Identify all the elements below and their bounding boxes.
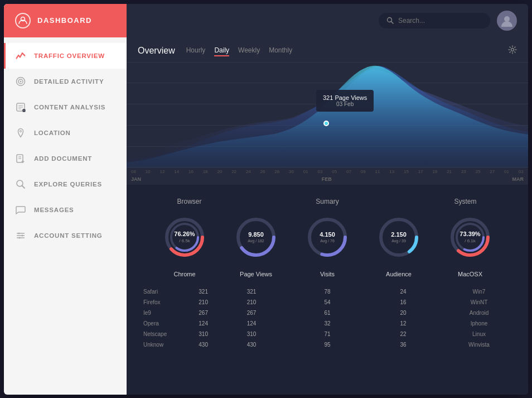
svg-point-11 bbox=[20, 130, 22, 132]
sidebar-item-label: Add Document bbox=[34, 155, 92, 162]
audience-donut-value: 2.150 bbox=[391, 231, 407, 238]
system-col: Win7 WinNT Android Iphone Linux bbox=[441, 287, 517, 349]
user-icon bbox=[15, 13, 31, 28]
search-input[interactable] bbox=[398, 16, 482, 25]
gear-icon[interactable] bbox=[508, 45, 517, 56]
system-donut: 73.39% / 6.1k bbox=[448, 215, 492, 260]
table-row: 12 bbox=[365, 319, 441, 328]
row-label: Linux bbox=[472, 331, 486, 337]
visits-donut: 4.150 Avg / 76 bbox=[305, 215, 350, 260]
browser-donut: 76.26% / 6.5k bbox=[162, 215, 207, 260]
table-row: 321 bbox=[214, 287, 289, 296]
row-value: 16 bbox=[400, 299, 406, 305]
chart-tabs: Hourly Daily Weekly Monthly bbox=[186, 45, 293, 56]
table-row: Win7 bbox=[441, 287, 517, 296]
sidebar-item-label: Account Setting bbox=[34, 232, 103, 239]
tab-weekly[interactable]: Weekly bbox=[238, 45, 260, 56]
row-label: WinNT bbox=[471, 299, 488, 305]
svg-line-18 bbox=[22, 185, 25, 188]
row-value: 54 bbox=[324, 299, 330, 305]
system-item-label: MacOSX bbox=[458, 271, 482, 277]
table-row: 267 bbox=[214, 309, 289, 317]
sidebar: DASHBOARD Traffic Overview bbox=[4, 4, 127, 395]
chart-title: Overview bbox=[138, 46, 175, 56]
table-row: 95 bbox=[289, 341, 365, 349]
row-value: 430 bbox=[199, 342, 208, 348]
table-row: 310 bbox=[214, 330, 289, 338]
browser-group-title: Browser bbox=[177, 198, 201, 205]
search-icon bbox=[15, 179, 26, 190]
row-label: Firefox bbox=[143, 299, 161, 305]
row-value: 267 bbox=[247, 310, 257, 316]
table-row: Opera 124 bbox=[138, 319, 214, 328]
row-value: 310 bbox=[199, 331, 208, 337]
sidebar-item-explore-queries[interactable]: Explore Queries bbox=[4, 171, 127, 197]
table-row: 20 bbox=[365, 309, 441, 317]
sidebar-header: DASHBOARD bbox=[4, 4, 127, 37]
sidebar-item-traffic-overview[interactable]: Traffic Overview bbox=[4, 43, 127, 69]
chart-section: Overview Hourly Daily Weekly Monthly bbox=[127, 37, 528, 185]
audience-col: 24 16 20 12 22 36 bbox=[365, 287, 441, 349]
svg-line-26 bbox=[391, 22, 394, 24]
row-label: Netscape bbox=[143, 331, 167, 337]
pageviews-donut: 9.850 Avg / 182 bbox=[234, 215, 278, 260]
row-value: 124 bbox=[247, 320, 257, 327]
table-row: 124 bbox=[214, 319, 289, 328]
row-value: 95 bbox=[324, 342, 330, 348]
settings-icon bbox=[15, 230, 26, 241]
svg-point-28 bbox=[511, 48, 514, 51]
tab-hourly[interactable]: Hourly bbox=[186, 45, 206, 56]
pageviews-donut-sub: Avg / 182 bbox=[248, 239, 264, 243]
pageviews-col: 321 210 267 124 310 430 bbox=[214, 287, 289, 349]
sidebar-item-location[interactable]: Location bbox=[4, 120, 127, 146]
chart-x-axis: 08 10 12 14 16 18 20 22 24 26 28 30 01 0… bbox=[127, 168, 528, 185]
row-value: 32 bbox=[324, 320, 330, 327]
browser-col: Safari 321 Firefox 210 Ie9 267 Opera 124 bbox=[138, 287, 214, 349]
row-value: 124 bbox=[199, 320, 208, 327]
row-value: 20 bbox=[400, 310, 406, 316]
sidebar-item-detailed-activity[interactable]: Detailed Activity bbox=[4, 69, 127, 94]
visits-item-label: Visits bbox=[320, 271, 335, 277]
sidebar-nav: Traffic Overview Detailed Activity bbox=[4, 37, 127, 395]
row-label: Opera bbox=[143, 320, 159, 327]
sidebar-item-label: Content Analysis bbox=[34, 104, 105, 111]
row-value: 210 bbox=[199, 299, 208, 305]
chart-header: Overview Hourly Daily Weekly Monthly bbox=[127, 37, 528, 62]
row-label: Win7 bbox=[473, 289, 486, 295]
row-value: 36 bbox=[400, 342, 406, 348]
search-box[interactable] bbox=[379, 13, 490, 28]
sidebar-item-content-analysis[interactable]: Content Analysis bbox=[4, 94, 127, 120]
row-value: 78 bbox=[324, 289, 330, 295]
tab-monthly[interactable]: Monthly bbox=[269, 45, 292, 56]
row-value: 22 bbox=[400, 331, 406, 337]
sidebar-item-label: Traffic Overview bbox=[34, 52, 105, 59]
row-value: 61 bbox=[324, 310, 330, 316]
svg-point-24 bbox=[19, 237, 21, 238]
row-label: Android bbox=[470, 310, 489, 316]
sidebar-item-messages[interactable]: Messages bbox=[4, 197, 127, 223]
stats-section: Browser Sumary System bbox=[127, 185, 528, 395]
sidebar-item-account-setting[interactable]: Account Setting bbox=[4, 223, 127, 248]
table-row: Unknow 430 bbox=[138, 341, 214, 349]
audience-donut: 2.150 Avg / 39 bbox=[376, 215, 421, 260]
tab-daily[interactable]: Daily bbox=[214, 45, 229, 56]
browser-item-label: Chrome bbox=[173, 271, 195, 277]
sidebar-item-label: Messages bbox=[34, 207, 74, 213]
activity-icon bbox=[15, 76, 26, 87]
table-row: 36 bbox=[365, 341, 441, 349]
sidebar-item-add-document[interactable]: Add Document bbox=[4, 146, 127, 171]
chart-svg bbox=[127, 62, 528, 168]
pageviews-donut-value: 9.850 bbox=[248, 231, 264, 238]
stats-table: Safari 321 Firefox 210 Ie9 267 Opera 124 bbox=[138, 287, 517, 349]
browser-donut-value: 76.26% bbox=[174, 231, 195, 238]
table-row: 78 bbox=[289, 287, 365, 296]
svg-point-27 bbox=[504, 16, 510, 22]
table-row: Safari 321 bbox=[138, 287, 214, 296]
sidebar-item-label: Location bbox=[34, 130, 71, 136]
system-donut-value: 73.39% bbox=[460, 231, 480, 238]
table-row: 430 bbox=[214, 341, 289, 349]
add-document-icon bbox=[15, 153, 26, 164]
row-label: Winvista bbox=[468, 342, 490, 348]
svg-point-3 bbox=[20, 80, 22, 82]
row-label: Unknow bbox=[143, 342, 163, 348]
